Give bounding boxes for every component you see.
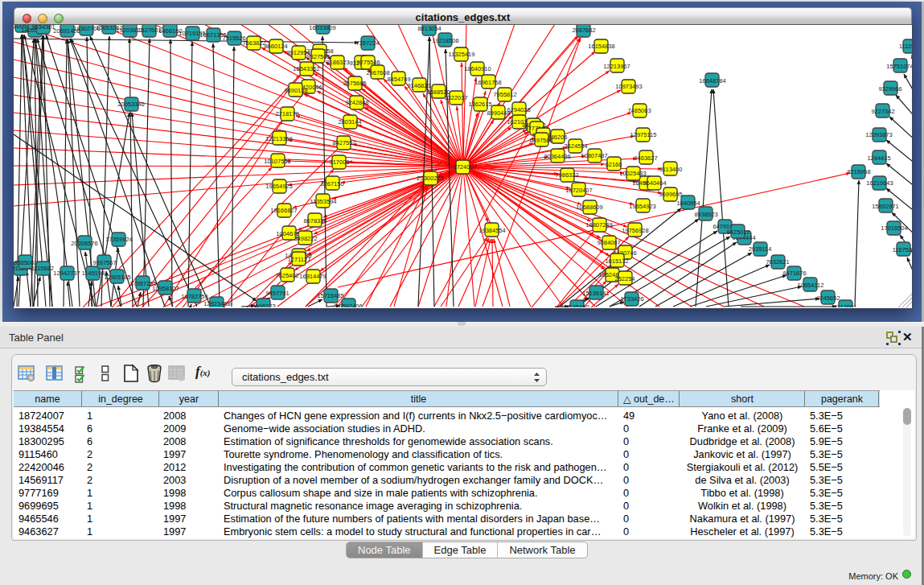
svg-text:18807249: 18807249 xyxy=(585,221,612,229)
svg-text:18724007: 18724007 xyxy=(450,163,476,171)
svg-text:9242848: 9242848 xyxy=(345,99,368,106)
svg-text:8678334: 8678334 xyxy=(303,217,326,225)
svg-text:9606323: 9606323 xyxy=(252,303,275,307)
svg-text:7357224: 7357224 xyxy=(355,39,379,47)
svg-text:7485063: 7485063 xyxy=(627,107,651,114)
svg-text:16154838: 16154838 xyxy=(588,43,614,50)
svg-text:7632621: 7632621 xyxy=(766,258,789,266)
svg-text:10958107: 10958107 xyxy=(152,285,179,292)
svg-text:16210643: 16210643 xyxy=(866,179,893,187)
svg-text:9463627: 9463627 xyxy=(634,154,657,162)
svg-text:1733426: 1733426 xyxy=(620,295,643,303)
svg-text:16033809: 16033809 xyxy=(309,25,335,31)
svg-text:19218506: 19218506 xyxy=(432,37,458,44)
svg-text:10654112: 10654112 xyxy=(798,282,824,289)
svg-text:8215958: 8215958 xyxy=(847,168,870,175)
svg-text:8660124: 8660124 xyxy=(264,43,287,50)
svg-text:12942737: 12942737 xyxy=(53,270,80,277)
svg-text:9425012: 9425012 xyxy=(726,229,749,236)
svg-text:12093873: 12093873 xyxy=(865,131,892,138)
svg-text:8938923: 8938923 xyxy=(694,211,717,218)
svg-text:12975115: 12975115 xyxy=(630,131,657,138)
svg-text:12213967: 12213967 xyxy=(603,63,630,70)
svg-text:1640954: 1640954 xyxy=(676,200,700,207)
svg-text:8112001: 8112001 xyxy=(834,303,857,307)
svg-text:9135460: 9135460 xyxy=(565,303,589,307)
svg-text:15136141: 15136141 xyxy=(582,290,609,297)
svg-text:11353594: 11353594 xyxy=(310,198,337,205)
svg-text:2967608: 2967608 xyxy=(366,69,389,76)
svg-text:12923468: 12923468 xyxy=(203,300,230,307)
svg-text:2935114: 2935114 xyxy=(749,245,772,253)
svg-text:3624554: 3624554 xyxy=(564,142,587,150)
svg-text:19654923: 19654923 xyxy=(629,203,655,210)
svg-text:2718170: 2718170 xyxy=(275,110,298,117)
svg-text:10025433: 10025433 xyxy=(619,170,646,177)
svg-text:1145194: 1145194 xyxy=(82,270,105,277)
svg-text:25300275: 25300275 xyxy=(417,175,443,182)
svg-text:9890138: 9890138 xyxy=(284,87,307,94)
svg-text:1167533: 1167533 xyxy=(893,246,912,253)
svg-text:317006: 317006 xyxy=(329,159,349,166)
svg-text:6322037: 6322037 xyxy=(444,94,467,101)
svg-text:1112048: 1112048 xyxy=(899,43,912,50)
svg-text:2087682: 2087682 xyxy=(572,27,595,34)
svg-text:9113400: 9113400 xyxy=(659,166,683,173)
svg-text:6794028: 6794028 xyxy=(507,106,530,113)
svg-text:15716485: 15716485 xyxy=(317,292,343,299)
svg-text:15751074: 15751074 xyxy=(886,63,912,70)
svg-text:16543362: 16543362 xyxy=(293,65,319,72)
svg-text:9227342: 9227342 xyxy=(871,108,894,115)
svg-text:1244415: 1244415 xyxy=(867,154,890,162)
svg-text:19166827: 19166827 xyxy=(270,207,297,214)
svg-text:9457791: 9457791 xyxy=(265,290,289,297)
svg-text:20053346: 20053346 xyxy=(117,101,144,108)
svg-text:19384554: 19384554 xyxy=(478,227,505,234)
svg-text:16782759: 16782759 xyxy=(181,293,207,300)
svg-text:9084067: 9084067 xyxy=(597,239,620,246)
svg-text:16961758: 16961758 xyxy=(474,79,501,86)
svg-text:19654925: 19654925 xyxy=(265,183,292,190)
svg-text:7663822: 7663822 xyxy=(242,39,265,47)
svg-text:9640464: 9640464 xyxy=(643,179,666,187)
svg-text:11325419: 11325419 xyxy=(449,51,475,58)
svg-text:1271127: 1271127 xyxy=(288,256,311,263)
svg-text:12905185: 12905185 xyxy=(104,274,130,281)
svg-text:20364436: 20364436 xyxy=(544,153,570,160)
svg-text:9329966: 9329966 xyxy=(878,85,901,93)
svg-text:62160: 62160 xyxy=(606,161,622,168)
svg-text:10107552: 10107552 xyxy=(264,158,290,165)
svg-text:17016504: 17016504 xyxy=(881,225,907,232)
svg-text:18640910: 18640910 xyxy=(464,65,491,72)
svg-text:9245652: 9245652 xyxy=(816,295,840,302)
svg-text:16648784: 16648784 xyxy=(699,77,725,84)
svg-text:7955812: 7955812 xyxy=(493,91,516,98)
svg-text:10973493: 10973493 xyxy=(615,83,642,90)
svg-text:1115682: 1115682 xyxy=(31,265,54,272)
svg-text:1615132: 1615132 xyxy=(605,257,628,265)
svg-text:10688609: 10688609 xyxy=(576,204,602,211)
svg-text:16914479: 16914479 xyxy=(299,273,326,280)
svg-text:1527601: 1527601 xyxy=(138,27,161,34)
svg-text:19756928: 19756928 xyxy=(622,227,648,234)
svg-text:17359924: 17359924 xyxy=(105,236,132,243)
svg-text:9634301: 9634301 xyxy=(31,25,55,31)
svg-text:9397567: 9397567 xyxy=(92,259,116,266)
svg-text:10807487: 10807487 xyxy=(581,152,607,159)
svg-text:8471676: 8471676 xyxy=(782,270,806,277)
svg-text:8186323: 8186323 xyxy=(326,59,349,66)
svg-text:15692971: 15692971 xyxy=(872,203,898,210)
svg-text:10592406: 10592406 xyxy=(335,303,362,307)
svg-text:3267150: 3267150 xyxy=(320,180,343,187)
svg-text:9699695: 9699695 xyxy=(659,191,682,198)
svg-text:2803144: 2803144 xyxy=(338,118,361,126)
svg-text:8427552: 8427552 xyxy=(332,139,355,146)
svg-text:7986322: 7986322 xyxy=(555,171,578,179)
svg-text:252254: 252254 xyxy=(614,275,634,282)
svg-text:1362615: 1362615 xyxy=(468,101,491,108)
svg-text:7625402: 7625402 xyxy=(275,272,298,279)
svg-text:3675685: 3675685 xyxy=(343,80,366,87)
svg-text:6497568: 6497568 xyxy=(529,137,552,144)
svg-text:15720407: 15720407 xyxy=(565,187,592,194)
svg-text:20206576: 20206576 xyxy=(71,240,97,247)
